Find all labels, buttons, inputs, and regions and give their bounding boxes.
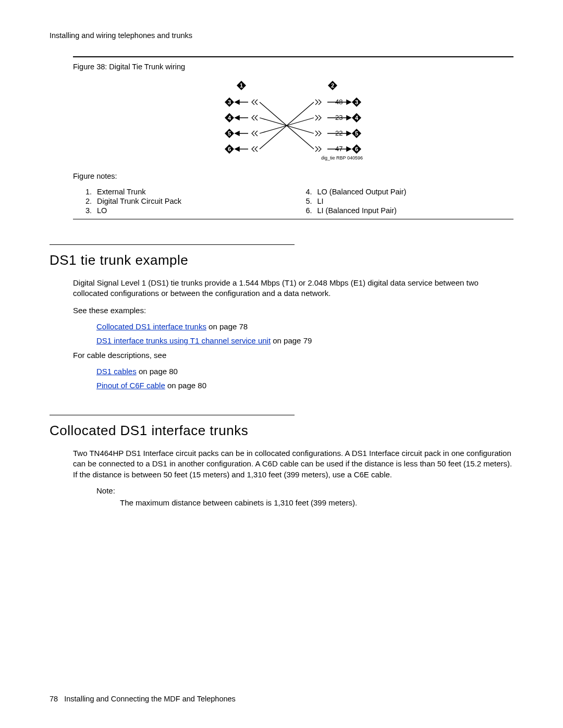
svg-text:2: 2 bbox=[331, 82, 334, 89]
wire-22: 22 bbox=[335, 129, 342, 137]
wire-23: 23 bbox=[335, 114, 342, 121]
svg-text:6: 6 bbox=[227, 146, 230, 152]
section-rule bbox=[50, 415, 295, 415]
section-ds1-tie-trunk: DS1 tie trunk example Digital Signal Lev… bbox=[50, 244, 513, 390]
figure-note-5: LI bbox=[314, 197, 514, 205]
svg-text:6: 6 bbox=[354, 146, 358, 152]
link-ds1-cables[interactable]: DS1 cables bbox=[96, 367, 137, 376]
svg-text:5: 5 bbox=[354, 130, 358, 137]
svg-text:4: 4 bbox=[227, 115, 231, 121]
svg-marker-35 bbox=[347, 147, 351, 151]
para: For cable descriptions, see bbox=[73, 350, 513, 361]
svg-marker-23 bbox=[235, 116, 239, 120]
figure-note-1: External Trunk bbox=[94, 188, 293, 196]
section-rule bbox=[50, 244, 295, 245]
link-collocated-ds1[interactable]: Collocated DS1 interface trunks bbox=[96, 322, 206, 331]
svg-marker-29 bbox=[347, 100, 351, 104]
page-number: 78 bbox=[50, 695, 58, 703]
svg-marker-27 bbox=[235, 147, 239, 151]
wiring-diagram: 1 2 3 4 5 6 3 4 5 6 bbox=[73, 76, 513, 170]
footer-title: Installing and Connecting the MDF and Te… bbox=[64, 695, 236, 703]
note-body: The maximum distance between cabinets is… bbox=[120, 498, 513, 507]
figure-note-2: Digital Trunk Circuit Pack bbox=[94, 197, 293, 205]
figure-note-3: LO bbox=[94, 206, 293, 215]
wire-48: 48 bbox=[335, 98, 342, 106]
svg-text:3: 3 bbox=[227, 99, 230, 105]
running-head: Installing and wiring telephones and tru… bbox=[50, 31, 513, 40]
heading-ds1-tie-trunk: DS1 tie trunk example bbox=[50, 252, 513, 268]
para: Two TN464HP DS1 Interface circuit packs … bbox=[73, 448, 513, 480]
link-pinout-c6f[interactable]: Pinout of C6F cable bbox=[96, 381, 165, 390]
figure-notes-label: Figure notes: bbox=[73, 172, 513, 180]
para: Digital Signal Level 1 (DS1) tie trunks … bbox=[73, 278, 513, 299]
figure-note-4: LO (Balanced Output Pair) bbox=[314, 188, 514, 196]
svg-marker-25 bbox=[235, 131, 239, 135]
svg-text:3: 3 bbox=[354, 99, 358, 105]
link-suffix: on page 78 bbox=[206, 322, 248, 331]
svg-text:1: 1 bbox=[239, 82, 242, 89]
page-footer: 78 Installing and Connecting the MDF and… bbox=[50, 695, 236, 703]
para: See these examples: bbox=[73, 305, 513, 316]
svg-marker-21 bbox=[235, 100, 239, 104]
svg-marker-33 bbox=[347, 131, 351, 135]
figure-note-6: LI (Balanced Input Pair) bbox=[314, 206, 514, 215]
figure-block: Figure 38: Digital Tie Trunk wiring 1 2 … bbox=[73, 56, 513, 219]
note-label: Note: bbox=[96, 486, 513, 495]
svg-marker-31 bbox=[347, 116, 351, 120]
link-suffix: on page 80 bbox=[165, 381, 206, 390]
section-collocated-ds1: Collocated DS1 interface trunks Two TN46… bbox=[50, 415, 513, 507]
wire-47: 47 bbox=[335, 145, 342, 153]
link-ds1-t1-csu[interactable]: DS1 interface trunks using T1 channel se… bbox=[96, 336, 271, 345]
figure-caption: Figure 38: Digital Tie Trunk wiring bbox=[73, 63, 513, 71]
diagram-id: dig_tie RBP 040596 bbox=[321, 155, 363, 161]
svg-text:5: 5 bbox=[227, 130, 230, 137]
heading-collocated-ds1: Collocated DS1 interface trunks bbox=[50, 423, 513, 439]
link-suffix: on page 80 bbox=[137, 367, 178, 376]
svg-text:4: 4 bbox=[354, 115, 358, 121]
link-suffix: on page 79 bbox=[271, 336, 312, 345]
